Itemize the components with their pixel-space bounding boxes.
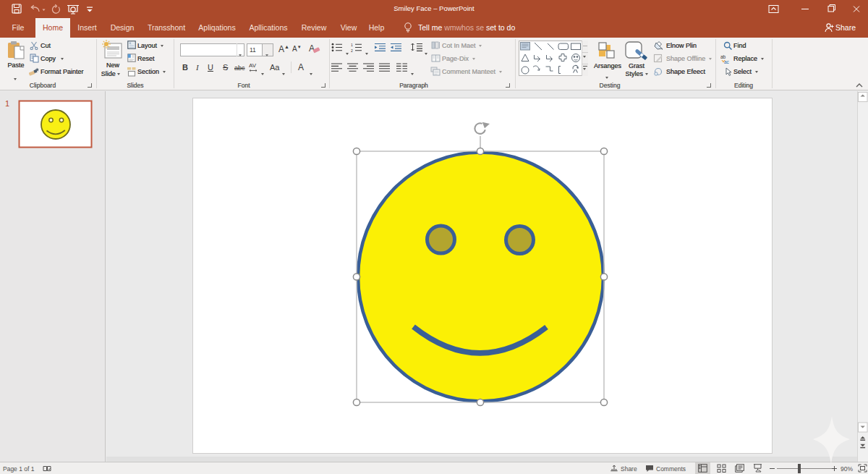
svg-text:1: 1 [5,99,9,108]
